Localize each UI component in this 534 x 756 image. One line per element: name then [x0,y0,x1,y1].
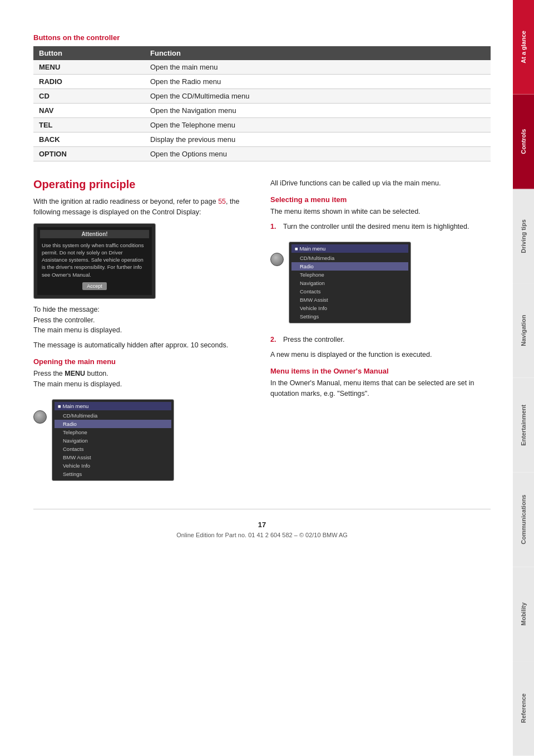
button-cell: OPTION [33,147,145,161]
menu-title: ■ Main menu [55,402,171,410]
button-cell: NAV [33,104,145,118]
sidebar-tab-controls[interactable]: Controls [513,95,534,189]
hide-message-text: To hide the message: Press the controlle… [33,305,254,336]
table-row: NAVOpen the Navigation menu [33,104,491,118]
attention-text: Use this system only when traffic condit… [40,240,149,280]
button-cell: CD [33,89,145,104]
menu-item: Navigation [55,436,171,445]
opening-menu-text: Press the MENU button. The main menu is … [33,369,254,390]
sidebar-tab-communications[interactable]: Communications [513,473,534,567]
selecting-menu-item-heading: Selecting a menu item [270,195,491,204]
menu-item: Settings [55,470,171,478]
table-row: MENUOpen the main menu [33,60,491,75]
menu-item: CD/Multimedia [291,254,408,262]
owners-manual-text: In the Owner's Manual, menu items that c… [270,378,491,399]
page-number: 17 [33,521,491,529]
function-cell: Open the Options menu [145,147,491,161]
function-cell: Open the main menu [145,60,491,75]
table-row: RADIOOpen the Radio menu [33,75,491,89]
attention-title: Attention! [40,230,149,238]
col-header-button: Button [33,46,145,60]
menu-item: Radio [291,262,408,271]
menu-item: Vehicle Info [55,462,171,470]
sidebar: At a glance Controls Driving tips Naviga… [513,0,534,756]
function-cell: Open the Radio menu [145,75,491,89]
controller-icon [33,410,47,424]
accept-button[interactable]: Accept [82,282,107,290]
menu-item: CD/Multimedia [55,411,171,420]
table-row: OPTIONOpen the Options menu [33,147,491,161]
menu-item: Vehicle Info [291,304,408,312]
main-content: Buttons on the controller Button Functio… [0,0,513,577]
button-cell: RADIO [33,75,145,89]
all-functions-text: All iDrive functions can be called up vi… [270,178,491,189]
function-cell: Open the Navigation menu [145,104,491,118]
table-row: TELOpen the Telephone menu [33,118,491,132]
main-menu-mockup-container: ■ Main menu CD/MultimediaRadioTelephoneN… [33,394,254,487]
menu-item: Telephone [291,271,408,279]
owners-manual-heading: Menu items in the Owner's Manual [270,367,491,375]
intro-paragraph: With the ignition at radio readiness or … [33,197,254,218]
page-link[interactable]: 55 [218,198,226,205]
menu-item: Settings [291,312,408,321]
function-cell: Open the Telephone menu [145,118,491,132]
col-header-function: Function [145,46,491,60]
sidebar-tab-entertainment[interactable]: Entertainment [513,378,534,473]
buttons-section: Buttons on the controller Button Functio… [33,33,491,161]
buttons-section-title: Buttons on the controller [33,33,491,42]
sidebar-tab-driving-tips[interactable]: Driving tips [513,189,534,284]
right-column: All iDrive functions can be called up vi… [270,178,491,487]
menu-item: BMW Assist [55,453,171,462]
controller-icon-col [33,394,49,424]
button-cell: MENU [33,60,145,75]
menu-title2: ■ Main menu [291,244,408,253]
step-2: 2. Press the controller. [270,335,491,345]
menu-item: Navigation [291,279,408,287]
operating-principle-heading: Operating principle [33,178,254,191]
auto-hide-text: The message is automatically hidden afte… [33,340,254,351]
main-menu-mockup2: ■ Main menu CD/MultimediaRadioTelephoneN… [289,242,411,323]
button-cell: TEL [33,118,145,132]
table-row: CDOpen the CD/Multimedia menu [33,89,491,104]
operating-principle-section: Operating principle With the ignition at… [33,178,491,487]
menu-item: Contacts [291,287,408,296]
menu-item: Telephone [55,428,171,436]
step-1: 1. Turn the controller until the desired… [270,222,491,232]
controller-icon-col2 [270,236,286,266]
step2-result: A new menu is displayed or the function … [270,350,491,360]
controller-icon2 [270,253,284,266]
main-menu-mockup2-container: ■ Main menu CD/MultimediaRadioTelephoneN… [270,236,491,329]
menu-item: Contacts [55,445,171,453]
sidebar-tab-mobility[interactable]: Mobility [513,567,534,662]
sidebar-tab-navigation[interactable]: Navigation [513,283,534,378]
footer: 17 Online Edition for Part no. 01 41 2 6… [33,509,491,544]
attention-screen: Attention! Use this system only when tra… [33,223,156,299]
screen-inner: Attention! Use this system only when tra… [37,227,152,295]
opening-menu-heading: Opening the main menu [33,357,254,366]
sidebar-tab-at-a-glance[interactable]: At a glance [513,0,534,95]
steps-list-2: 2. Press the controller. [270,335,491,345]
function-cell: Open the CD/Multimedia menu [145,89,491,104]
steps-list: 1. Turn the controller until the desired… [270,222,491,232]
footer-text: Online Edition for Part no. 01 41 2 604 … [33,532,491,538]
controller-table: Button Function MENUOpen the main menuRA… [33,46,491,161]
table-row: BACKDisplay the previous menu [33,132,491,147]
sidebar-tab-reference[interactable]: Reference [513,661,534,756]
button-cell: BACK [33,132,145,147]
left-column: Operating principle With the ignition at… [33,178,254,487]
menu-item: Radio [55,420,171,428]
table-header-row: Button Function [33,46,491,60]
menu-item: BMW Assist [291,296,408,304]
main-menu-mockup: ■ Main menu CD/MultimediaRadioTelephoneN… [52,399,174,481]
selecting-text: The menu items shown in white can be sel… [270,207,491,217]
function-cell: Display the previous menu [145,132,491,147]
